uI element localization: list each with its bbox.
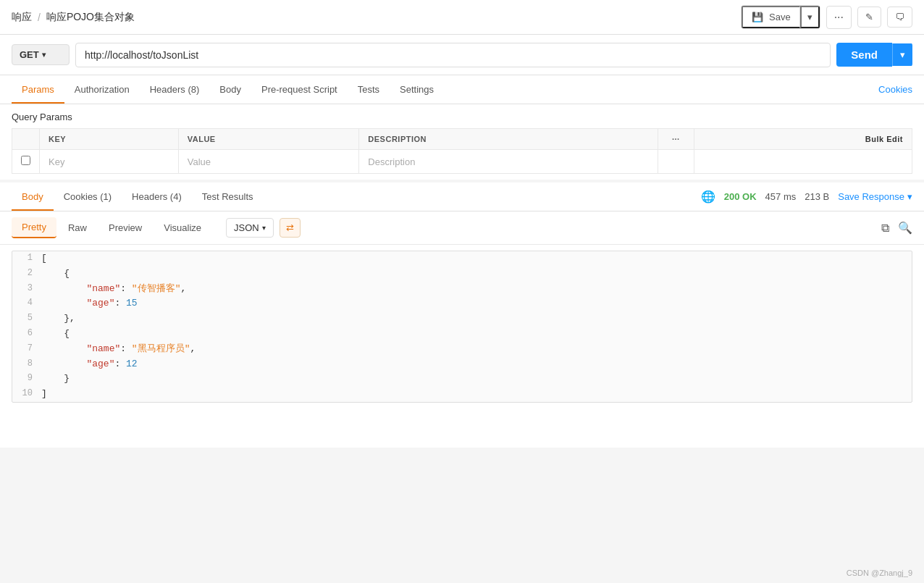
- breadcrumb-separator: /: [38, 12, 41, 23]
- save-main-button[interactable]: 💾 Save: [742, 6, 799, 28]
- tab-authorization[interactable]: Authorization: [64, 75, 140, 104]
- description-cell[interactable]: Description: [359, 150, 658, 174]
- edit-button[interactable]: ✎: [857, 7, 881, 28]
- line-content-10: ]: [41, 387, 912, 402]
- line-content-9: }: [41, 372, 912, 387]
- code-line-4: 4 "age": 15: [12, 296, 912, 311]
- line-num-8: 8: [12, 357, 41, 372]
- code-line-5: 5 },: [12, 311, 912, 327]
- top-bar-actions: 💾 Save ▾ ··· ✎ 🗨: [741, 5, 912, 29]
- method-select[interactable]: GET ▾: [12, 44, 70, 65]
- tab-pre-request-script[interactable]: Pre-request Script: [251, 75, 348, 104]
- query-params-label: Query Params: [12, 104, 912, 128]
- save-dropdown-button[interactable]: ▾: [800, 6, 820, 28]
- more-options-button[interactable]: ···: [826, 6, 852, 29]
- code-line-2: 2 {: [12, 267, 912, 282]
- json-format-select[interactable]: JSON ▾: [226, 218, 274, 238]
- line-num-7: 7: [12, 342, 41, 357]
- query-params-section: Query Params KEY VALUE DESCRIPTION ··· B…: [0, 104, 924, 180]
- col-description: DESCRIPTION: [359, 129, 658, 150]
- table-row: Key Value Description: [12, 150, 912, 174]
- format-tab-visualize[interactable]: Visualize: [154, 217, 211, 238]
- comment-button[interactable]: 🗨: [887, 7, 912, 28]
- send-dropdown-button[interactable]: ▾: [892, 43, 912, 66]
- globe-icon: 🌐: [701, 190, 715, 204]
- status-time: 457 ms: [765, 191, 797, 202]
- format-tab-pretty[interactable]: Pretty: [12, 217, 56, 238]
- code-line-7: 7 "name": "黑马程序员",: [12, 342, 912, 357]
- line-content-1: [: [41, 251, 912, 267]
- col-key: KEY: [40, 129, 179, 150]
- tab-headers[interactable]: Headers (8): [140, 75, 210, 104]
- format-chevron-icon: ▾: [262, 224, 266, 232]
- line-num-9: 9: [12, 372, 41, 387]
- line-content-2: {: [41, 267, 912, 282]
- code-box: 1 [ 2 { 3 "name": "传智播客", 4 "a: [12, 251, 912, 403]
- response-section: Body Cookies (1) Headers (4) Test Result…: [0, 183, 924, 448]
- send-main-button[interactable]: Send: [836, 43, 892, 67]
- line-content-8: "age": 12: [41, 357, 912, 372]
- top-bar: 响应 / 响应POJO集合对象 💾 Save ▾ ··· ✎ 🗨: [0, 0, 924, 35]
- code-line-6: 6 {: [12, 327, 912, 342]
- line-num-5: 5: [12, 311, 41, 327]
- format-tabs: Pretty Raw Preview Visualize: [12, 217, 211, 238]
- value-cell[interactable]: Value: [178, 150, 359, 174]
- status-ok: 200 OK: [724, 191, 757, 202]
- tab-params[interactable]: Params: [12, 75, 64, 104]
- send-chevron-icon: ▾: [900, 49, 905, 60]
- search-button[interactable]: 🔍: [898, 221, 912, 235]
- line-content-3: "name": "传智播客",: [41, 282, 912, 297]
- response-tab-body[interactable]: Body: [12, 183, 54, 211]
- url-input[interactable]: [75, 43, 831, 67]
- breadcrumb: 响应 / 响应POJO集合对象: [12, 11, 135, 24]
- key-cell[interactable]: Key: [40, 150, 179, 174]
- save-button-group[interactable]: 💾 Save ▾: [741, 5, 820, 29]
- breadcrumb-title: 响应POJO集合对象: [46, 11, 135, 24]
- col-value: VALUE: [178, 129, 359, 150]
- tab-body[interactable]: Body: [209, 75, 251, 104]
- wrap-icon: ⇄: [286, 222, 294, 233]
- row-checkbox[interactable]: [21, 156, 30, 165]
- status-size: 213 B: [805, 191, 829, 202]
- code-area: 1 [ 2 { 3 "name": "传智播客", 4 "a: [0, 245, 924, 448]
- tab-cookies[interactable]: Cookies: [878, 75, 912, 104]
- tab-settings[interactable]: Settings: [390, 75, 444, 104]
- save-response-chevron-icon: ▾: [907, 191, 912, 202]
- code-line-8: 8 "age": 12: [12, 357, 912, 372]
- format-tab-preview[interactable]: Preview: [98, 217, 152, 238]
- code-line-10: 10 ]: [12, 387, 912, 402]
- code-line-9: 9 }: [12, 372, 912, 387]
- line-num-4: 4: [12, 296, 41, 311]
- save-label: Save: [769, 12, 791, 22]
- method-chevron-icon: ▾: [42, 51, 46, 59]
- response-tabs-bar: Body Cookies (1) Headers (4) Test Result…: [0, 183, 924, 211]
- line-num-6: 6: [12, 327, 41, 342]
- wrap-button[interactable]: ⇄: [280, 218, 301, 238]
- response-status-bar: 🌐 200 OK 457 ms 213 B Save Response ▾: [701, 190, 912, 204]
- response-tab-test-results[interactable]: Test Results: [192, 183, 264, 211]
- format-tab-raw[interactable]: Raw: [58, 217, 97, 238]
- breadcrumb-response: 响应: [12, 11, 32, 24]
- save-response-button[interactable]: Save Response ▾: [838, 191, 912, 202]
- request-bar: GET ▾ Send ▾: [0, 35, 924, 75]
- tab-tests[interactable]: Tests: [348, 75, 390, 104]
- col-more-icon: ···: [672, 135, 680, 143]
- code-line-1: 1 [: [12, 251, 912, 267]
- response-tab-cookies[interactable]: Cookies (1): [54, 183, 122, 211]
- line-content-6: {: [41, 327, 912, 342]
- line-num-1: 1: [12, 251, 41, 267]
- search-icon: 🔍: [898, 222, 912, 234]
- col-bulk-edit[interactable]: Bulk Edit: [694, 129, 912, 150]
- line-num-2: 2: [12, 267, 41, 282]
- method-label: GET: [20, 49, 39, 60]
- copy-button[interactable]: ⧉: [881, 222, 889, 235]
- save-disk-icon: 💾: [752, 12, 763, 22]
- line-content-4: "age": 15: [41, 296, 912, 311]
- copy-icon: ⧉: [881, 222, 889, 234]
- response-tab-headers[interactable]: Headers (4): [122, 183, 192, 211]
- send-button-group[interactable]: Send ▾: [836, 43, 912, 67]
- chevron-down-icon: ▾: [807, 12, 812, 22]
- line-content-7: "name": "黑马程序员",: [41, 342, 912, 357]
- request-tabs-bar: Params Authorization Headers (8) Body Pr…: [0, 75, 924, 104]
- format-bar: Pretty Raw Preview Visualize JSON ▾ ⇄ ⧉ …: [0, 211, 924, 245]
